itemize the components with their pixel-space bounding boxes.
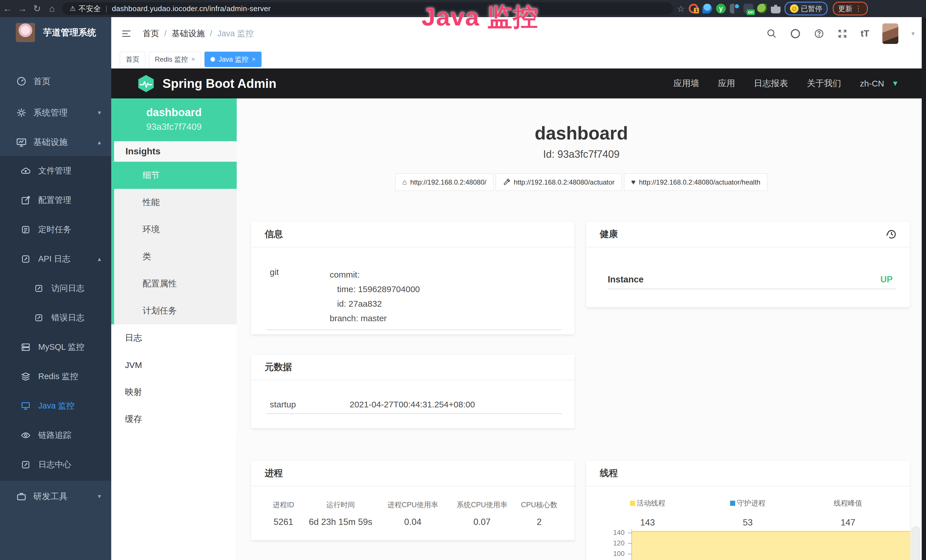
process-table-header: 进程ID 运行时间 进程CPU使用率 系统CPU使用率 CPU核心数 xyxy=(251,500,575,510)
instance-id-line: Id: 93a3fc7f7409 xyxy=(237,148,926,160)
service-url-button[interactable]: ⌂ http://192.168.0.2:48080/ xyxy=(395,173,494,191)
sidebar-item-system-management[interactable]: 系统管理 ▾ xyxy=(0,97,111,129)
history-icon[interactable] xyxy=(886,229,897,240)
menu-item-mappings[interactable]: 映射 xyxy=(111,378,237,406)
breadcrumb-home[interactable]: 首页 xyxy=(142,28,159,39)
sidebar-item-label: 文件管理 xyxy=(38,165,71,177)
sba-nav-about[interactable]: 关于我们 xyxy=(807,77,841,89)
extension-icon-on-switch[interactable]: on xyxy=(743,4,753,14)
extension-icon-y-green[interactable]: y xyxy=(716,4,726,14)
health-instance-label: Instance xyxy=(608,274,644,285)
breadcrumb-section[interactable]: 基础设施 xyxy=(172,28,205,39)
process-table-row: 5261 6d 23h 15m 59s 0.04 0.07 2 xyxy=(251,517,575,527)
heartbeat-icon: ♥ xyxy=(631,178,635,186)
chevron-down-icon: ▾ xyxy=(98,493,101,500)
sidebar-item-log-center[interactable]: 日志中心 xyxy=(0,450,111,479)
extension-icon-leaf[interactable] xyxy=(757,4,767,14)
breadcrumb-separator: / xyxy=(164,29,166,38)
extension-icon-orange[interactable]: 1 xyxy=(689,4,698,14)
sba-nav-journal[interactable]: 日志报表 xyxy=(754,77,788,89)
actuator-url-button[interactable]: http://192.168.0.2:48080/actuator xyxy=(496,173,622,191)
sidebar-item-dev-tools[interactable]: 研发工具 ▾ xyxy=(0,481,111,512)
tab-home[interactable]: 首页 xyxy=(120,51,145,67)
content-scrollbar-thumb[interactable] xyxy=(911,526,920,560)
sidebar-item-error-logs[interactable]: 错误日志 xyxy=(0,303,111,332)
stat-value: 147 xyxy=(798,518,898,528)
sba-brand[interactable]: Spring Boot Admin xyxy=(137,74,276,93)
sidebar-item-java-monitor[interactable]: Java 监控 xyxy=(0,391,111,421)
col-pid: 进程ID xyxy=(262,500,304,510)
sidebar-item-scheduled-jobs[interactable]: 定时任务 xyxy=(0,215,111,244)
sba-nav-applications[interactable]: 应用 xyxy=(718,77,735,89)
menu-item-jvm[interactable]: JVM xyxy=(111,351,237,378)
profile-paused-chip[interactable]: ☺ 已暂停 xyxy=(785,2,828,15)
info-card: 信息 git commit: time: 1596289704000 id: 2… xyxy=(251,222,575,334)
breadcrumb-separator: / xyxy=(210,29,212,38)
sba-locale-select[interactable]: zh-CN xyxy=(860,79,884,88)
log-edit-icon xyxy=(20,460,31,469)
cloud-upload-icon xyxy=(20,166,31,176)
extension-badge: 1 xyxy=(694,8,699,14)
user-avatar[interactable] xyxy=(882,23,898,44)
sidebar-item-access-logs[interactable]: 访问日志 xyxy=(0,274,111,303)
sidebar-item-label: 链路追踪 xyxy=(38,430,71,441)
sidebar-item-api-logs[interactable]: API 日志 ▴ xyxy=(0,244,111,274)
sidebar-item-redis-monitor[interactable]: Redis 监控 xyxy=(0,362,111,391)
browser-menu-kebab-icon[interactable]: ⋮ xyxy=(855,4,862,13)
menu-item-logs[interactable]: 日志 xyxy=(111,324,237,351)
health-url-button[interactable]: ♥ http://192.168.0.2:48080/actuator/heal… xyxy=(624,173,767,191)
menu-item-classes[interactable]: 类 xyxy=(114,243,237,270)
github-icon[interactable] xyxy=(790,28,801,39)
tab-redis-monitor[interactable]: Redis 监控 × xyxy=(149,51,201,67)
menu-item-scheduled-tasks[interactable]: 计划任务 xyxy=(114,297,237,324)
monitor-icon xyxy=(16,137,27,147)
menu-item-label: 类 xyxy=(142,251,151,262)
extensions-puzzle-icon[interactable] xyxy=(771,4,781,14)
extension-icon-grid[interactable] xyxy=(730,4,740,14)
sidebar-item-home[interactable]: 首页 xyxy=(0,66,111,97)
not-secure-warning-icon[interactable]: ⚠ xyxy=(70,5,76,12)
menu-item-config-props[interactable]: 配置属性 xyxy=(114,270,237,297)
sidebar-item-label: 研发工具 xyxy=(33,491,68,502)
sidebar-item-config-management[interactable]: 配置管理 xyxy=(0,185,111,215)
git-id-line: id: 27aa832 xyxy=(330,297,562,311)
sidebar-item-tracing[interactable]: 链路追踪 xyxy=(0,421,111,450)
user-menu-caret-icon[interactable]: ▾ xyxy=(911,30,915,37)
close-icon[interactable]: × xyxy=(252,56,256,63)
fullscreen-icon[interactable] xyxy=(837,29,847,39)
menu-item-caches[interactable]: 缓存 xyxy=(111,406,237,433)
sba-title: Spring Boot Admin xyxy=(163,76,276,91)
sidebar-item-file-management[interactable]: 文件管理 xyxy=(0,156,111,185)
help-icon[interactable] xyxy=(814,29,824,39)
update-label: 更新 xyxy=(838,4,852,14)
home-icon[interactable]: ⌂ xyxy=(44,3,59,14)
address-bar[interactable]: ⚠ 不安全 | dashboard.yudao.iocoder.cn/infra… xyxy=(62,2,673,15)
dashboard-gauge-icon xyxy=(16,76,27,86)
menu-item-metrics[interactable]: 性能 xyxy=(114,189,237,216)
tab-java-monitor[interactable]: Java 监控 × xyxy=(204,51,262,67)
extension-icon-pin[interactable] xyxy=(702,4,712,14)
tick-mark xyxy=(628,543,631,544)
val-pid: 5261 xyxy=(262,517,304,527)
extension-y-label: y xyxy=(719,5,723,12)
health-card: 健康 Instance UP xyxy=(586,222,910,307)
app-logo-row: 芋道管理系统 xyxy=(16,23,96,42)
hamburger-icon[interactable] xyxy=(121,28,132,39)
forward-icon[interactable]: → xyxy=(15,3,30,14)
back-icon[interactable]: ← xyxy=(0,3,15,14)
bookmark-star-icon[interactable]: ☆ xyxy=(677,4,685,14)
sba-nav-wallboard[interactable]: 应用墙 xyxy=(673,77,699,89)
search-icon[interactable] xyxy=(767,29,777,39)
card-title: 健康 xyxy=(600,228,618,241)
sidebar-item-infrastructure[interactable]: 基础设施 ▴ xyxy=(0,129,111,156)
menu-item-label: 配置属性 xyxy=(142,278,177,289)
font-size-icon[interactable]: tT xyxy=(861,28,869,39)
instance-header[interactable]: dashboard 93a3fc7f7409 xyxy=(111,98,237,141)
menu-item-environment[interactable]: 环境 xyxy=(114,216,237,243)
reload-icon[interactable]: ↻ xyxy=(30,3,44,14)
close-icon[interactable]: × xyxy=(191,56,195,63)
browser-update-button[interactable]: 更新 ⋮ xyxy=(833,2,868,15)
col-system-cpu: 系统CPU使用率 xyxy=(449,500,515,510)
menu-item-details[interactable]: 细节 xyxy=(114,162,237,189)
sidebar-item-mysql-monitor[interactable]: MySQL 监控 xyxy=(0,332,111,362)
